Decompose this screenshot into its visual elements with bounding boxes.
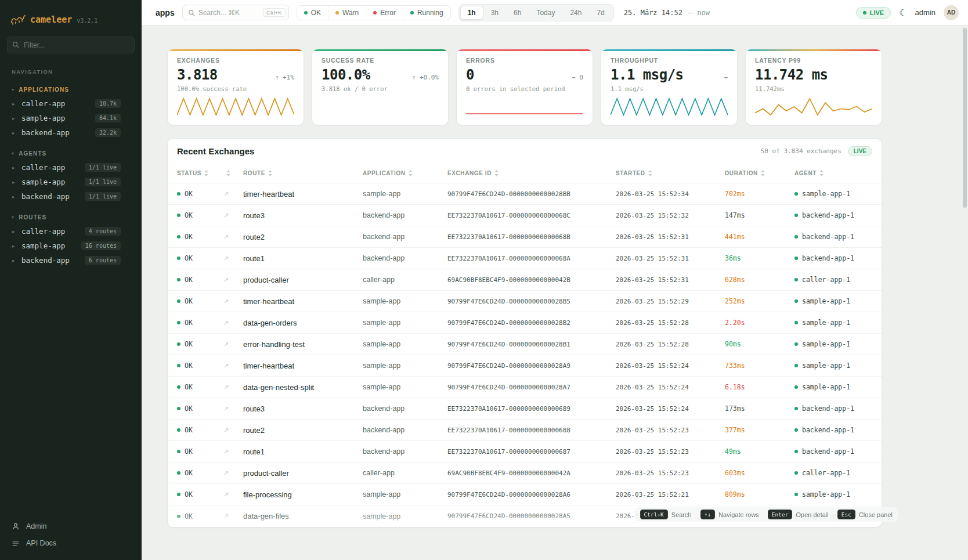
column-header-started[interactable]: STARTED	[616, 170, 725, 176]
sidebar-filter	[7, 37, 135, 53]
table-row[interactable]: OK↗product-callercaller-app69AC90BF8EBC4…	[168, 463, 882, 484]
column-header-agent[interactable]: AGENT	[794, 170, 872, 176]
sidebar-item-caller-app[interactable]: ▸caller-app10.7k	[0, 96, 142, 111]
sidebar-item-caller-app[interactable]: ▸caller-app1/1 live	[0, 160, 142, 175]
table-row[interactable]: OK↗data-gen-orderssample-app90799F47E6CD…	[168, 312, 882, 334]
sidebar-item-backend-app[interactable]: ▸backend-app32.2k	[0, 125, 142, 140]
filter-chip-error[interactable]: Error	[366, 6, 403, 20]
card-accent-bar	[601, 49, 737, 51]
route-cell: data-gen-nested-split	[243, 383, 363, 392]
column-header-route[interactable]: ROUTE	[243, 170, 363, 176]
range-today[interactable]: Today	[529, 6, 562, 20]
column-header-duration[interactable]: DURATION	[725, 170, 794, 176]
sidebar-item-sample-app[interactable]: ▸sample-app84.1k	[0, 111, 142, 125]
column-header-status[interactable]: STATUS	[177, 170, 223, 176]
sort-icon	[761, 170, 765, 176]
sidebar-section-header-applications[interactable]: ▾APPLICATIONS	[0, 84, 142, 96]
sidebar-item-caller-app[interactable]: ▸caller-app4 routes	[0, 224, 142, 239]
open-row-icon[interactable]: ↗	[223, 512, 243, 520]
filter-input[interactable]	[7, 37, 135, 53]
section-label: APPLICATIONS	[19, 86, 69, 93]
avatar[interactable]: AD	[944, 5, 959, 20]
open-row-icon[interactable]: ↗	[223, 190, 243, 198]
main-area: apps Ctrl+K OKWarnErrorRunning 1h3h6hTod…	[142, 0, 968, 560]
open-row-icon[interactable]: ↗	[223, 341, 243, 348]
open-row-icon[interactable]: ↗	[223, 233, 243, 241]
open-row-icon[interactable]: ↗	[223, 405, 243, 413]
filter-chip-warn[interactable]: Warn	[328, 6, 366, 20]
open-row-icon[interactable]: ↗	[223, 298, 243, 305]
app-name: cameleer	[30, 15, 72, 25]
sidebar-item-badge: 4 routes	[85, 227, 121, 236]
stat-value-row: 11.742 ms	[755, 67, 872, 83]
table-row[interactable]: OK↗route3backend-appEE7322370A10617-0000…	[168, 398, 882, 420]
date-range: 25. März 14:52 — now	[624, 9, 710, 17]
application-cell: sample-app	[363, 319, 447, 327]
column-header-open[interactable]	[223, 170, 243, 176]
table-row[interactable]: OK↗file-processingsample-app90799F47E6CD…	[168, 484, 882, 505]
table-live-indicator[interactable]: LIVE	[848, 146, 872, 156]
range-24h[interactable]: 24h	[562, 6, 589, 20]
live-indicator[interactable]: LIVE	[856, 7, 891, 19]
route-cell: route3	[243, 404, 363, 413]
table-row[interactable]: OK↗route2backend-appEE7322370A10617-0000…	[168, 226, 882, 248]
range-1h[interactable]: 1h	[460, 6, 483, 20]
sidebar-item-sample-app[interactable]: ▸sample-app1/1 live	[0, 175, 142, 189]
open-row-icon[interactable]: ↗	[223, 362, 243, 370]
open-row-icon[interactable]: ↗	[223, 448, 243, 456]
filter-chip-ok[interactable]: OK	[297, 6, 328, 20]
open-row-icon[interactable]: ↗	[223, 469, 243, 477]
agent-cell: sample-app-1	[794, 190, 872, 198]
sidebar-item-backend-app[interactable]: ▸backend-app6 routes	[0, 253, 142, 268]
dark-mode-toggle[interactable]: ☾	[899, 8, 906, 17]
status-cell: OK	[177, 233, 223, 241]
filter-chip-running[interactable]: Running	[403, 6, 450, 20]
table-row[interactable]: OK↗error-handling-testsample-app90799F47…	[168, 334, 882, 355]
breadcrumb-apps[interactable]: apps	[156, 8, 175, 17]
application-cell: sample-app	[363, 383, 447, 391]
open-row-icon[interactable]: ↗	[223, 319, 243, 327]
sidebar-item-api-docs[interactable]: API Docs	[12, 539, 130, 547]
stat-subtext: 100.0% success rate	[177, 85, 294, 92]
table-row[interactable]: OK↗timer-heartbeatsample-app90799F47E6CD…	[168, 355, 882, 377]
open-row-icon[interactable]: ↗	[223, 491, 243, 498]
table-row[interactable]: OK↗route1backend-appEE7322370A10617-0000…	[168, 248, 882, 269]
search-input[interactable]	[198, 9, 259, 17]
column-header-exchange-id[interactable]: EXCHANGE ID	[447, 170, 616, 176]
table-row[interactable]: OK↗timer-heartbeatsample-app90799F47E6CD…	[168, 291, 882, 312]
duration-cell: 2.20s	[725, 319, 794, 327]
ok-status-dot-icon	[177, 450, 180, 453]
open-row-icon[interactable]: ↗	[223, 384, 243, 391]
table-row[interactable]: OK↗route1backend-appEE7322370A10617-0000…	[168, 441, 882, 463]
range-3h[interactable]: 3h	[483, 6, 506, 20]
scrollbar-thumb[interactable]	[963, 28, 967, 208]
sidebar-item-sample-app[interactable]: ▸sample-app16 routes	[0, 239, 142, 253]
sidebar-section-header-routes[interactable]: ▾ROUTES	[0, 212, 142, 224]
sidebar-item-admin[interactable]: Admin	[12, 522, 130, 530]
table-row[interactable]: OK↗timer-heartbeatsample-app90799F47E6CD…	[168, 183, 882, 205]
agent-cell: caller-app-1	[794, 469, 872, 477]
status-label: OK	[185, 190, 193, 198]
open-row-icon[interactable]: ↗	[223, 427, 243, 434]
open-row-icon[interactable]: ↗	[223, 212, 243, 219]
application-cell: backend-app	[363, 426, 447, 434]
table-row[interactable]: OK↗route3backend-appEE7322370A10617-0000…	[168, 205, 882, 226]
status-cell: OK	[177, 426, 223, 434]
open-row-icon[interactable]: ↗	[223, 255, 243, 262]
range-7d[interactable]: 7d	[589, 6, 612, 20]
agent-status-dot-icon	[794, 256, 798, 260]
started-cell: 2026-03-25 15:52:23	[616, 427, 725, 434]
stat-title: THROUGHPUT	[611, 57, 728, 64]
column-header-application[interactable]: APPLICATION	[363, 170, 447, 176]
range-6h[interactable]: 6h	[506, 6, 529, 20]
application-cell: caller-app	[363, 469, 447, 477]
table-row[interactable]: OK↗product-callercaller-app69AC90BF8EBC4…	[168, 269, 882, 291]
route-cell: timer-heartbeat	[243, 297, 363, 306]
open-row-icon[interactable]: ↗	[223, 276, 243, 284]
hint-item: ↑↓Navigate rows	[700, 510, 759, 519]
table-row[interactable]: OK↗route2backend-appEE7322370A10617-0000…	[168, 420, 882, 441]
table-row[interactable]: OK↗data-gen-nested-splitsample-app90799F…	[168, 377, 882, 398]
sidebar-item-backend-app[interactable]: ▸backend-app1/1 live	[0, 189, 142, 204]
started-cell: 2026-03-25 15:52:31	[616, 233, 725, 241]
sidebar-section-header-agents[interactable]: ▾AGENTS	[0, 148, 142, 160]
